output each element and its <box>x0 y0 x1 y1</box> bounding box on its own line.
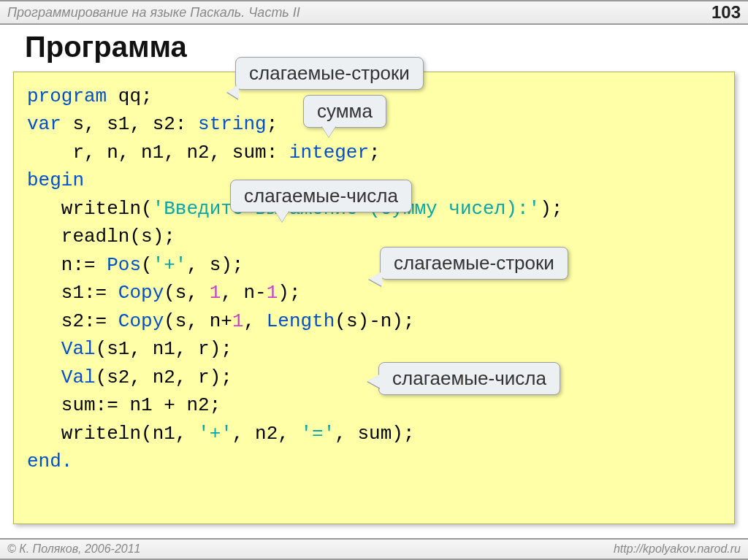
code-text: , s); <box>186 254 243 276</box>
footer-copyright: © К. Поляков, 2006-2011 <box>7 542 140 556</box>
slide-header: Программирование на языке Паскаль. Часть… <box>0 0 748 25</box>
kw-var: var <box>27 113 61 135</box>
str-literal: '+' <box>198 423 232 445</box>
code-text: , <box>243 310 266 332</box>
code-text: readln(s); <box>27 226 175 248</box>
code-text: r, n, n1, n2, sum: <box>27 142 289 164</box>
code-text: writeln(n1, <box>27 423 198 445</box>
kw-integer: integer <box>289 142 369 164</box>
code-block: program qq; var s, s1, s2: string; r, n,… <box>13 72 735 524</box>
callout-sum: сумма <box>303 95 386 128</box>
num-literal: 1 <box>232 310 244 332</box>
str-literal: '=' <box>300 423 335 445</box>
code-text: , n2, <box>232 423 301 445</box>
kw-begin: begin <box>27 169 84 191</box>
fn-val: Val <box>61 367 96 388</box>
callout-addend-strings-1: слагаемые-строки <box>235 57 424 90</box>
code-text: ); <box>278 282 300 304</box>
code-text: sum:= n1 + n2; <box>27 394 221 416</box>
fn-copy: Copy <box>118 282 164 304</box>
code-text: (s)-n); <box>335 310 414 332</box>
code-text: ; <box>369 142 381 164</box>
callout-addend-strings-2: слагаемые-строки <box>380 247 568 280</box>
code-text: (s, <box>164 282 209 304</box>
code-text: (s1, n1, r); <box>96 338 232 360</box>
code-text: , sum); <box>335 423 414 445</box>
callout-addend-numbers-2: слагаемые-числа <box>378 362 560 395</box>
code-text: s2:= <box>27 310 118 332</box>
kw-program: program <box>27 85 107 107</box>
fn-length: Length <box>267 310 335 332</box>
code-text: , n- <box>221 282 266 304</box>
kw-end: end. <box>27 450 72 472</box>
code-text: (s2, n2, r); <box>96 367 232 388</box>
slide: Программирование на языке Паскаль. Часть… <box>0 0 748 560</box>
page-number: 103 <box>711 2 741 23</box>
callout-addend-numbers-1: слагаемые-числа <box>230 180 412 212</box>
code-text <box>27 338 61 360</box>
code-text: (s, n+ <box>164 310 232 332</box>
code-text: s1:= <box>27 282 118 304</box>
fn-val: Val <box>61 338 96 360</box>
fn-copy: Copy <box>118 310 164 332</box>
code-text: n:= <box>27 254 107 276</box>
kw-string: string <box>198 113 267 135</box>
num-literal: 1 <box>267 282 278 304</box>
num-literal: 1 <box>210 282 221 304</box>
code-text: ( <box>141 254 153 276</box>
footer-url: http://kpolyakov.narod.ru <box>614 542 741 556</box>
str-literal: '+' <box>153 254 187 276</box>
header-title: Программирование на языке Паскаль. Часть… <box>7 5 300 20</box>
code-text: writeln( <box>27 198 153 220</box>
code-text <box>27 367 61 388</box>
code-text: s, s1, s2: <box>61 113 198 135</box>
fn-pos: Pos <box>107 254 141 276</box>
code-text: qq; <box>107 85 152 107</box>
code-text: ; <box>267 113 278 135</box>
code-text: ); <box>540 198 562 220</box>
slide-footer: © К. Поляков, 2006-2011 http://kpolyakov… <box>0 538 748 560</box>
